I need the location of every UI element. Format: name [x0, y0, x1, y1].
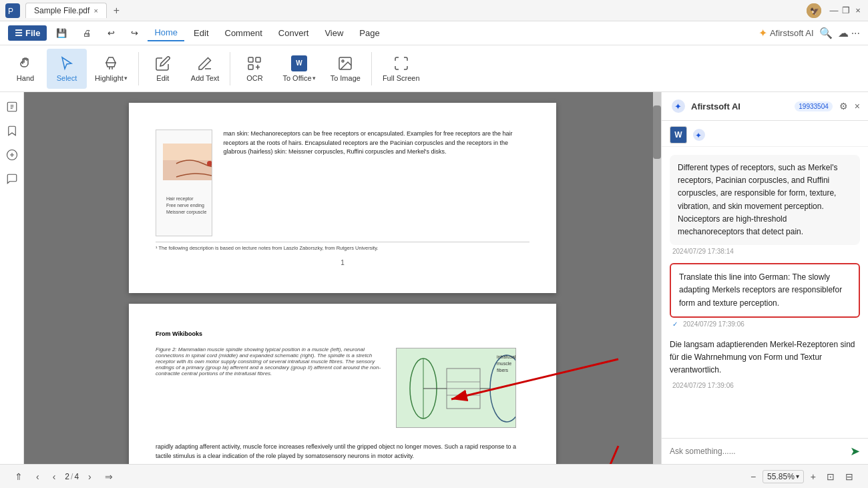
svg-text:✦: ✦	[695, 131, 702, 140]
to-office-tool-button[interactable]: W To Office ▾	[276, 49, 322, 89]
ai-panel-icon: ✦	[670, 97, 687, 115]
highlight-icon	[103, 55, 119, 71]
chevron-down-icon: ▾	[124, 75, 128, 81]
file-menu[interactable]: ☰ File	[8, 25, 47, 41]
print-button[interactable]: 🖨	[76, 25, 98, 41]
to-office-dropdown[interactable]: To Office ▾	[282, 74, 315, 82]
more-options-button[interactable]: ···	[851, 27, 860, 39]
ai-close-icon[interactable]: ×	[855, 101, 860, 111]
go-to-first-page-button[interactable]: ⇑	[11, 470, 27, 483]
menu-item-edit[interactable]: Edit	[187, 25, 215, 41]
toolbar-separator-2	[230, 52, 230, 85]
sidebar-icon-page[interactable]	[3, 97, 21, 116]
menu-item-home[interactable]: Home	[148, 25, 184, 41]
ai-panel-header: ✦ Afirstsoft AI 19933504 ⚙ ×	[662, 92, 868, 121]
zoom-level-display[interactable]: 55.85% ▾	[763, 470, 804, 483]
menu-item-page[interactable]: Page	[353, 25, 386, 41]
cursor-icon	[59, 55, 75, 71]
svg-rect-4	[248, 57, 253, 62]
cloud-button[interactable]: ☁	[838, 27, 849, 39]
menu-item-convert[interactable]: Convert	[272, 25, 316, 41]
ai-star-icon: ✦	[758, 27, 767, 39]
hand-label: Hand	[17, 74, 34, 82]
go-back-button[interactable]: ‹	[49, 470, 60, 483]
search-button[interactable]: 🔍	[817, 24, 835, 42]
save-button[interactable]: 💾	[49, 25, 73, 41]
zoom-dropdown-icon[interactable]: ▾	[796, 473, 799, 480]
app-logo: P	[5, 3, 20, 18]
ocr-tool-button[interactable]: OCR	[234, 49, 274, 89]
figure2-caption: Figure 2: Mammalian muscle spindle showi…	[156, 346, 388, 377]
svg-text:🦅: 🦅	[810, 7, 819, 16]
previous-page-button[interactable]: ‹	[32, 470, 43, 483]
to-office-label: To Office	[282, 74, 311, 82]
svg-text:Free nerve ending: Free nerve ending	[166, 203, 204, 208]
edit-icon	[155, 55, 171, 71]
ai-panel: ✦ Afirstsoft AI 19933504 ⚙ × W ✦ Differe…	[661, 92, 868, 464]
bottom-toolbar: ⇑ ‹ ‹ 2/4 › ⇒ − 55.85% ▾ + ⊡ ⊟	[0, 464, 868, 488]
ocr-label: OCR	[246, 74, 262, 82]
sidebar-icon-comment[interactable]	[3, 170, 21, 188]
select-label: Select	[57, 74, 77, 82]
ai-settings-icon[interactable]: ⚙	[839, 101, 848, 111]
window-controls: — ❐ ×	[829, 6, 863, 15]
maximize-button[interactable]: ❐	[841, 6, 851, 15]
add-text-icon	[197, 55, 213, 71]
ai-badge: 19933504	[795, 101, 833, 111]
undo-button[interactable]: ↩	[101, 25, 122, 41]
add-tab-button[interactable]: +	[110, 5, 124, 17]
scrollbar[interactable]	[653, 92, 661, 464]
redo-button[interactable]: ↪	[124, 25, 145, 41]
tab-item[interactable]: Sample File.pdf ×	[25, 3, 107, 18]
hand-icon	[17, 55, 33, 71]
svg-rect-12	[163, 144, 212, 160]
ai-menu-button[interactable]: ✦ Afirstsoft AI	[758, 27, 814, 39]
go-to-last-page-button[interactable]: ⇒	[101, 470, 117, 483]
ocr-icon	[246, 55, 262, 71]
svg-text:P: P	[8, 7, 13, 16]
main-area: Epidermis Dermis Hair receptor Free nerv…	[0, 92, 868, 464]
ai-user-message-text: Translate this line into German: The slo…	[670, 263, 860, 318]
sidebar-icon-add[interactable]	[3, 146, 21, 164]
menu-item-comment[interactable]: Comment	[218, 25, 269, 41]
left-sidebar	[0, 92, 24, 464]
edit-label: Edit	[156, 74, 169, 82]
full-screen-label: Full Screen	[383, 74, 420, 82]
fit-width-button[interactable]: ⊟	[841, 470, 857, 483]
fit-page-button[interactable]: ⊡	[823, 470, 839, 483]
svg-text:intrafusal: intrafusal	[497, 354, 516, 359]
page1-footnote: ¹ The following description is based on …	[156, 242, 529, 251]
hand-tool-button[interactable]: Hand	[5, 49, 45, 89]
file-label: File	[25, 28, 40, 38]
tab-close-button[interactable]: ×	[93, 7, 97, 15]
edit-tool-button[interactable]: Edit	[143, 49, 183, 89]
select-tool-button[interactable]: Select	[47, 49, 87, 89]
ai-messages[interactable]: Different types of receptors, such as Me…	[662, 147, 868, 438]
menu-item-view[interactable]: View	[318, 25, 350, 41]
zoom-out-button[interactable]: −	[746, 470, 760, 483]
svg-line-37	[598, 446, 618, 464]
close-window-button[interactable]: ×	[853, 6, 863, 15]
next-page-button[interactable]: ›	[84, 470, 95, 483]
ai-message-1: Different types of receptors, such as Me…	[670, 155, 860, 255]
pdf-page-1: Epidermis Dermis Hair receptor Free nerv…	[129, 103, 556, 293]
to-image-label: To Image	[331, 74, 361, 82]
pdf-viewer[interactable]: Epidermis Dermis Hair receptor Free nerv…	[24, 92, 661, 464]
page2-body: rapidly adapting afferent activity, musc…	[156, 443, 529, 464]
minimize-button[interactable]: —	[829, 6, 839, 15]
word-icon: W	[670, 126, 687, 144]
add-text-tool-button[interactable]: Add Text	[184, 49, 226, 89]
highlight-dropdown[interactable]: Highlight ▾	[95, 74, 128, 82]
zoom-value: 55.85%	[767, 472, 795, 481]
zoom-controls: − 55.85% ▾ + ⊡ ⊟	[746, 470, 857, 483]
highlight-tool-button[interactable]: Highlight ▾	[88, 49, 134, 89]
sidebar-icon-bookmark[interactable]	[3, 121, 21, 140]
pdf-page-2: From Wikibooks Figure 2: Mammalian muscl…	[129, 304, 556, 464]
zoom-in-button[interactable]: +	[807, 470, 820, 483]
to-image-tool-button[interactable]: To Image	[324, 49, 367, 89]
ai-send-button[interactable]: ➤	[850, 444, 860, 459]
ai-doc-row: W ✦	[662, 121, 868, 147]
full-screen-button[interactable]: Full Screen	[376, 49, 427, 89]
ai-chat-input[interactable]	[670, 447, 845, 456]
ai-panel-title: Afirstsoft AI	[691, 101, 791, 111]
